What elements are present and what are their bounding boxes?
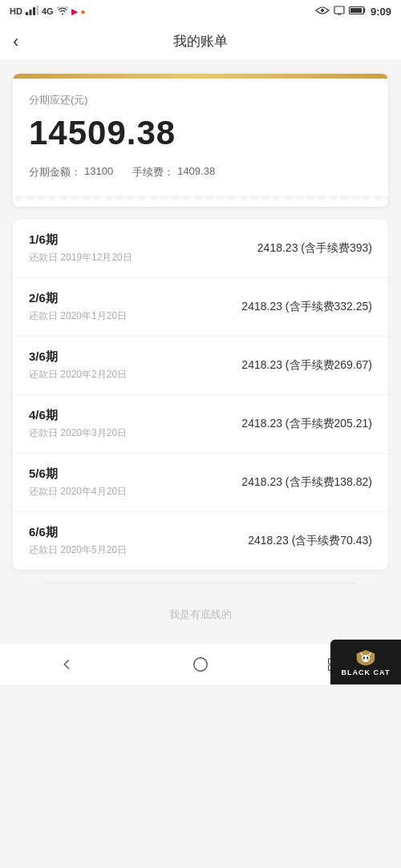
battery-icon [349,6,367,18]
principal-label: 分期金额： [29,165,81,180]
wifi-icon [57,6,68,17]
installment-item: 3/6期 还款日 2020年2月20日 2418.23 (含手续费269.67) [13,337,388,395]
item-period: 5/6期 [29,466,127,482]
total-amount: 14509.38 [29,114,372,152]
principal-value: 13100 [84,165,113,180]
status-left: HD 4G ▶ ● [10,6,86,17]
eye-icon [315,6,330,18]
svg-rect-8 [350,8,362,13]
installment-item: 4/6期 还款日 2020年3月20日 2418.23 (含手续费205.21) [13,395,388,454]
card-body: 分期应还(元) 14509.38 分期金额： 13100 手续费： 1409.3… [13,79,388,196]
svg-rect-5 [334,6,344,14]
svg-point-19 [365,659,367,660]
item-date: 还款日 2019年12月20日 [29,251,132,264]
status-right: 9:09 [315,6,391,18]
app-icon2: ● [81,7,86,16]
installment-item: 6/6期 还款日 2020年5月20日 2418.23 (含手续费70.43) [13,512,388,570]
item-left: 4/6期 还款日 2020年3月20日 [29,408,127,440]
item-period: 3/6期 [29,349,127,365]
item-left: 3/6期 还款日 2020年2月20日 [29,349,127,382]
item-amount: 2418.23 (含手续费205.21) [241,417,372,431]
item-left: 2/6期 还款日 2020年1月20日 [29,291,127,323]
svg-point-9 [194,657,208,671]
installment-item: 2/6期 还款日 2020年1月20日 2418.23 (含手续费332.25) [13,278,388,337]
fee-value: 1409.38 [177,165,215,180]
installment-list: 1/6期 还款日 2019年12月20日 2418.23 (含手续费393) 2… [13,220,388,570]
item-period: 1/6期 [29,232,132,248]
svg-rect-1 [29,10,31,15]
screen-icon [334,6,345,18]
carrier-text: HD [10,6,22,16]
back-nav-button[interactable] [55,653,78,676]
item-period: 2/6期 [29,291,127,306]
installment-item: 1/6期 还款日 2019年12月20日 2418.23 (含手续费393) [13,220,388,278]
item-date: 还款日 2020年5月20日 [29,543,127,557]
fee-label: 手续费： [132,165,174,180]
item-amount: 2418.23 (含手续费70.43) [248,534,372,548]
page-title: 我的账单 [173,32,228,50]
item-left: 6/6期 还款日 2020年5月20日 [29,525,127,557]
item-left: 1/6期 还款日 2019年12月20日 [29,232,132,264]
item-date: 还款日 2020年3月20日 [29,426,127,440]
item-date: 还款日 2020年2月20日 [29,368,127,382]
app-icons: ▶ [71,7,78,16]
item-date: 还款日 2020年1月20日 [29,309,127,323]
bottom-nav: BLACK CAT [0,643,401,684]
footer-section: 我是有底线的 [13,583,388,630]
card-subtitle: 分期应还(元) [29,93,372,107]
blackcat-logo: BLACK CAT [330,640,401,684]
signal-icon [26,6,38,17]
item-amount: 2418.23 (含手续费393) [257,241,372,256]
svg-point-14 [362,655,371,662]
time-display: 9:09 [371,6,391,18]
item-period: 4/6期 [29,408,127,423]
svg-point-4 [321,9,324,12]
header: ‹ 我的账单 [0,22,401,61]
footer-divider [45,583,356,583]
item-amount: 2418.23 (含手续费138.82) [241,475,372,490]
card-detail: 分期金额： 13100 手续费： 1409.38 [29,165,372,180]
card-zigzag [13,196,388,207]
summary-card: 分期应还(元) 14509.38 分期金额： 13100 手续费： 1409.3… [13,74,388,207]
svg-point-17 [363,656,365,659]
item-left: 5/6期 还款日 2020年4月20日 [29,466,127,499]
item-date: 还款日 2020年4月20日 [29,485,127,499]
network-type: 4G [42,6,54,16]
svg-rect-0 [26,12,28,15]
svg-point-18 [367,656,368,659]
blackcat-icon [354,648,378,666]
svg-rect-2 [33,7,35,15]
item-amount: 2418.23 (含手续费332.25) [241,300,372,314]
footer-text: 我是有底线的 [13,591,388,630]
installment-item: 5/6期 还款日 2020年4月20日 2418.23 (含手续费138.82) [13,454,388,512]
blackcat-text: BLACK CAT [342,668,391,676]
svg-rect-3 [36,6,38,15]
status-bar: HD 4G ▶ ● [0,0,401,22]
home-nav-button[interactable] [189,653,212,676]
item-period: 6/6期 [29,525,127,540]
back-button[interactable]: ‹ [13,33,18,50]
item-amount: 2418.23 (含手续费269.67) [241,358,372,373]
